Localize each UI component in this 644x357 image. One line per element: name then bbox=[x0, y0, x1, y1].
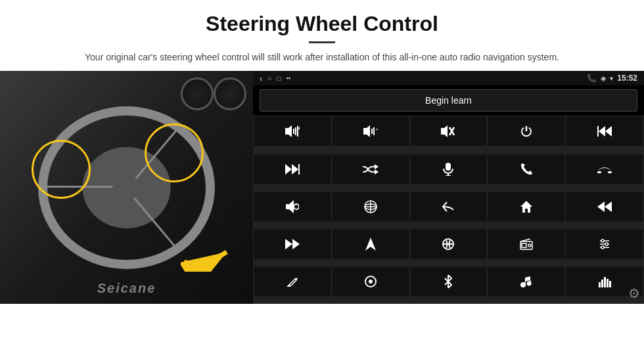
menu-circle-button[interactable] bbox=[332, 266, 409, 297]
svg-marker-19 bbox=[375, 164, 379, 169]
signal-dots: ▪▪ bbox=[286, 75, 290, 81]
next-button[interactable] bbox=[254, 154, 331, 184]
vol-up-button[interactable]: + bbox=[254, 116, 331, 146]
phone-icon: 📞 bbox=[587, 74, 597, 83]
back-arrow-icon: ‹ bbox=[260, 74, 262, 83]
recent-apps-icon: □ bbox=[277, 75, 281, 82]
svg-marker-38 bbox=[365, 238, 376, 251]
svg-point-28 bbox=[294, 204, 299, 209]
svg-marker-14 bbox=[599, 126, 605, 136]
svg-rect-25 bbox=[608, 171, 612, 173]
gauge-left bbox=[181, 77, 214, 110]
rewind-button[interactable] bbox=[566, 192, 643, 222]
settings-button[interactable] bbox=[566, 229, 643, 259]
mute-button[interactable] bbox=[410, 116, 488, 146]
header-section: Steering Wheel Control Your original car… bbox=[0, 0, 644, 71]
nav-button[interactable] bbox=[332, 229, 409, 259]
svg-rect-60 bbox=[604, 277, 606, 287]
svg-marker-36 bbox=[285, 239, 292, 249]
svg-point-48 bbox=[601, 240, 604, 242]
svg-rect-18 bbox=[298, 164, 300, 175]
360-button[interactable] bbox=[332, 192, 409, 222]
svg-rect-24 bbox=[597, 171, 601, 173]
svg-rect-61 bbox=[607, 279, 609, 287]
button-group-left-highlight bbox=[32, 140, 91, 199]
svg-marker-1 bbox=[285, 125, 292, 137]
svg-rect-21 bbox=[446, 163, 451, 171]
vol-down-button[interactable]: − bbox=[332, 116, 409, 146]
title-divider bbox=[309, 41, 335, 43]
button-group-right-highlight bbox=[145, 123, 204, 182]
svg-marker-27 bbox=[289, 200, 294, 213]
seicane-watermark: Seicane bbox=[97, 281, 156, 296]
status-nav-icons: ‹ ○ □ ▪▪ bbox=[260, 74, 290, 83]
power-button[interactable] bbox=[488, 116, 565, 146]
svg-marker-16 bbox=[285, 164, 292, 175]
location-icon: ◈ bbox=[601, 74, 606, 83]
status-bar: ‹ ○ □ ▪▪ 📞 ◈ ▾ 15:52 bbox=[253, 71, 644, 85]
back-button[interactable] bbox=[410, 192, 488, 222]
hang-up-button[interactable] bbox=[566, 154, 643, 184]
android-panel: ‹ ○ □ ▪▪ 📞 ◈ ▾ 15:52 Begin learn bbox=[253, 71, 644, 304]
svg-point-43 bbox=[528, 244, 531, 247]
svg-marker-20 bbox=[375, 169, 379, 175]
mic-button[interactable] bbox=[410, 154, 488, 184]
page-container: Steering Wheel Control Your original car… bbox=[0, 0, 644, 357]
radio-button[interactable] bbox=[488, 229, 565, 259]
wifi-icon: ▾ bbox=[610, 75, 613, 82]
bluetooth-button[interactable] bbox=[410, 266, 488, 297]
svg-marker-35 bbox=[597, 201, 605, 212]
svg-marker-17 bbox=[292, 164, 298, 175]
controls-grid: + − bbox=[253, 116, 644, 304]
page-title: Steering Wheel Control bbox=[39, 12, 605, 36]
svg-marker-13 bbox=[605, 126, 612, 136]
speaker-button[interactable] bbox=[254, 192, 331, 222]
svg-marker-37 bbox=[292, 239, 300, 249]
steering-wheel-container: Seicane bbox=[0, 71, 253, 304]
svg-rect-58 bbox=[599, 282, 601, 287]
learn-button-row: Begin learn bbox=[253, 85, 644, 116]
svg-point-49 bbox=[605, 243, 608, 245]
svg-marker-10 bbox=[441, 125, 448, 137]
begin-learn-button[interactable]: Begin learn bbox=[260, 89, 637, 112]
gear-settings-icon[interactable]: ⚙ bbox=[628, 285, 640, 301]
gauge-area bbox=[181, 74, 246, 127]
svg-marker-33 bbox=[520, 201, 532, 213]
svg-marker-34 bbox=[605, 201, 612, 212]
shuffle-button[interactable] bbox=[332, 154, 409, 184]
svg-point-53 bbox=[369, 280, 373, 284]
clock: 15:52 bbox=[617, 74, 637, 83]
pen-button[interactable] bbox=[254, 266, 331, 297]
eq-button[interactable] bbox=[410, 229, 488, 259]
car-image: Seicane bbox=[0, 71, 253, 304]
skip-button[interactable] bbox=[254, 229, 331, 259]
svg-text:−: − bbox=[376, 125, 378, 135]
call-button[interactable] bbox=[488, 154, 565, 184]
status-system-icons: 📞 ◈ ▾ 15:52 bbox=[587, 74, 637, 83]
arrow-indicator bbox=[181, 236, 240, 274]
svg-marker-6 bbox=[363, 125, 370, 137]
svg-rect-26 bbox=[286, 204, 289, 209]
subtitle: Your original car's steering wheel contr… bbox=[72, 50, 572, 64]
home-circle-icon: ○ bbox=[267, 75, 271, 82]
svg-rect-62 bbox=[609, 281, 611, 287]
content-row: Seicane ‹ ○ □ ▪▪ 📞 ◈ ▾ 15:52 bbox=[0, 71, 644, 357]
prev-track-button[interactable] bbox=[566, 116, 643, 146]
home-button[interactable] bbox=[488, 192, 565, 222]
svg-rect-15 bbox=[597, 126, 599, 136]
svg-text:+: + bbox=[298, 125, 300, 132]
svg-rect-59 bbox=[601, 280, 603, 287]
music-button[interactable] bbox=[488, 266, 565, 297]
gauge-right bbox=[214, 77, 246, 110]
svg-point-50 bbox=[601, 246, 604, 249]
svg-rect-42 bbox=[522, 243, 526, 247]
